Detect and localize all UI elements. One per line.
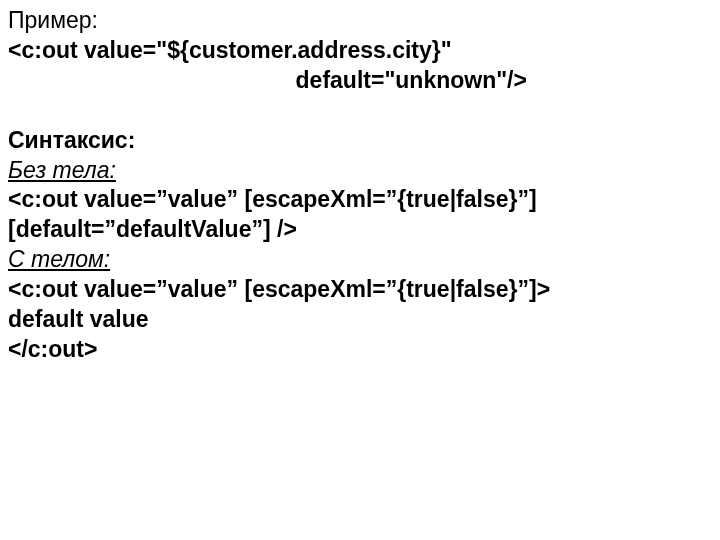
document-body: Пример: <c:out value="${customer.address… bbox=[0, 0, 720, 371]
syntax-label: Синтаксис: bbox=[8, 126, 712, 156]
example-code-line-1: <c:out value="${customer.address.city}" bbox=[8, 36, 712, 66]
syntax-withbody-code-2: default value bbox=[8, 305, 712, 335]
syntax-withbody-code-1: <c:out value=”value” [escapeXml=”{true|f… bbox=[8, 275, 712, 305]
syntax-nobody-code-1: <c:out value=”value” [escapeXml=”{true|f… bbox=[8, 185, 712, 215]
example-code-line-2-text: default="unknown"/> bbox=[296, 67, 527, 93]
example-label: Пример: bbox=[8, 6, 712, 36]
syntax-withbody-label: С телом: bbox=[8, 245, 712, 275]
syntax-nobody-code-2: [default=”defaultValue”] /> bbox=[8, 215, 712, 245]
syntax-withbody-code-3: </c:out> bbox=[8, 335, 712, 365]
example-code-line-2: default="unknown"/> bbox=[8, 66, 712, 96]
indent-spacer bbox=[8, 67, 296, 93]
blank-line bbox=[8, 96, 712, 126]
syntax-nobody-label: Без тела: bbox=[8, 156, 712, 186]
